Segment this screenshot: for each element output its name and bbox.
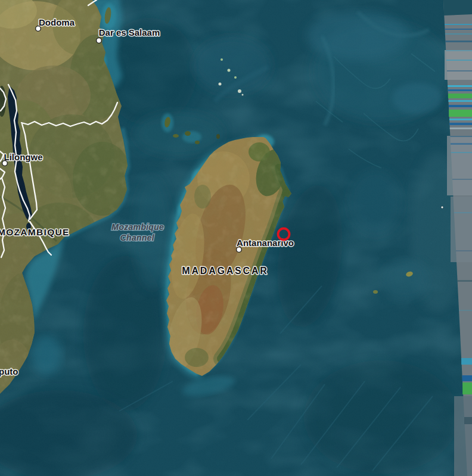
city-label-lilongwe: Lilongwe: [4, 152, 43, 162]
glitch-streak: [445, 41, 472, 42]
glitch-streak: [447, 70, 472, 71]
map-texture: [451, 197, 472, 262]
glitch-streak: [450, 136, 472, 137]
city-dot-lilongwe: [2, 161, 8, 166]
map-svg: Dodoma Dar es Salaam Lilongwe Antananari…: [0, 0, 472, 476]
country-label-madagascar: MADAGASCAR: [182, 266, 268, 276]
glitch-streak: [451, 143, 472, 145]
glitch-streak: [462, 382, 472, 394]
glitch-streak: [461, 358, 472, 365]
glitch-streak: [449, 110, 472, 117]
glitch-streak: [449, 105, 472, 107]
glitch-streak: [452, 179, 472, 180]
water-label-mozambique-channel-line1: Mozambique: [111, 222, 164, 232]
glitch-streak: [448, 100, 472, 102]
map-canvas[interactable]: Dodoma Dar es Salaam Lilongwe Antananari…: [0, 0, 472, 476]
glitch-streak: [448, 94, 472, 98]
city-label-dar-es-salaam: Dar es Salaam: [99, 27, 160, 38]
glitch-streak: [451, 152, 472, 153]
water-label-mozambique-channel-line2: Channel: [120, 233, 154, 242]
glitch-streak: [445, 24, 472, 25]
city-dot-dodoma: [36, 26, 41, 32]
grain-overlay: [0, 0, 472, 476]
glitch-streak: [445, 33, 472, 35]
city-dot-dar-es-salaam: [97, 38, 102, 43]
glitch-top-dark: [443, 0, 472, 15]
glitch-streak: [445, 29, 472, 30]
glitch-streak: [464, 417, 472, 424]
glitch-streak: [456, 250, 472, 251]
glitch-streak: [450, 127, 472, 129]
glitch-streak: [454, 212, 472, 213]
map-texture: [454, 396, 472, 476]
glitch-streak: [462, 375, 472, 381]
glitch-streak: [448, 85, 472, 87]
map-texture: [445, 50, 472, 80]
glitch-streak: [448, 89, 472, 91]
city-dot-antananarivo: [237, 247, 242, 253]
glitch-streak: [459, 310, 472, 311]
city-label-maputo-partial: puto: [0, 366, 18, 377]
glitch-streak: [446, 50, 472, 51]
glitch-streak: [446, 60, 472, 61]
glitch-streak: [449, 119, 472, 120]
country-label-mozambique: MOZAMBIQUE: [0, 227, 70, 237]
glitch-streak: [449, 123, 472, 125]
glitch-streak: [458, 280, 472, 282]
city-label-dodoma: Dodoma: [39, 17, 75, 27]
